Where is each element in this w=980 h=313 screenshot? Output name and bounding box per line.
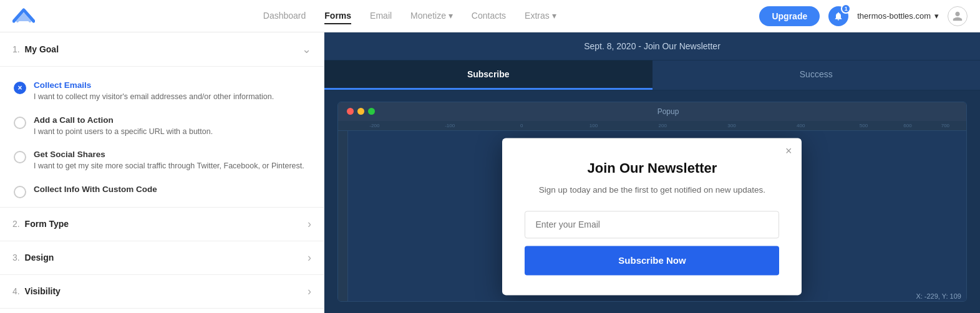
chevron-right-icon: › — [308, 251, 311, 264]
item-title-collect-emails: Collect Emails — [34, 80, 274, 90]
ruler-horizontal: -200 -100 0 100 200 300 400 500 600 700 — [338, 121, 966, 131]
section-design[interactable]: 3. Design › — [0, 241, 324, 275]
tab-bar: Subscribe Success — [324, 60, 980, 90]
nav-forms[interactable]: Forms — [324, 8, 351, 24]
right-area: Sept. 8, 2020 - Join Our Newsletter Subs… — [324, 32, 980, 313]
popup-modal: × Join Our Newsletter Sign up today and … — [502, 138, 802, 295]
item-title-custom-code: Collect Info With Custom Code — [34, 185, 157, 194]
item-title-social-shares: Get Social Shares — [34, 150, 304, 159]
list-item[interactable]: Collect Emails I want to collect my visi… — [10, 74, 314, 109]
checkbox-call-to-action[interactable] — [14, 117, 26, 129]
chevron-right-icon: › — [308, 285, 311, 298]
checkbox-collect-emails[interactable] — [14, 82, 26, 94]
logo[interactable] — [12, 7, 35, 25]
left-sidebar: 1. My Goal ⌄ Collect Emails I want to co… — [0, 32, 324, 313]
nav-right: Upgrade 1 thermos-bottles.com ▾ — [759, 6, 968, 26]
list-item[interactable]: Add a Call to Action I want to point use… — [10, 109, 314, 144]
chevron-down-icon: ⌄ — [302, 42, 311, 56]
section-extra[interactable]: › — [0, 309, 324, 314]
list-item[interactable]: Collect Info With Custom Code — [10, 178, 314, 200]
nav-email[interactable]: Email — [370, 8, 392, 24]
item-title-call-to-action: Add a Call to Action — [34, 115, 213, 125]
list-item[interactable]: Get Social Shares I want to get my site … — [10, 143, 314, 178]
popup-description: Sign up today and be the first to get no… — [525, 185, 779, 197]
section-visibility[interactable]: 4. Visibility › — [0, 275, 324, 309]
tab-success[interactable]: Success — [653, 60, 981, 90]
item-desc-call-to-action: I want to point users to a specific URL … — [34, 127, 213, 138]
notification-badge: 1 — [841, 4, 851, 14]
subscribe-button[interactable]: Subscribe Now — [525, 246, 779, 275]
upgrade-button[interactable]: Upgrade — [759, 6, 820, 26]
chevron-right-icon: › — [308, 218, 311, 231]
nav-links: Dashboard Forms Email Monetize ▾ Contact… — [60, 8, 759, 24]
window-label: Popup — [379, 107, 958, 116]
item-desc-collect-emails: I want to collect my visitor's email add… — [34, 92, 274, 103]
nav-dashboard[interactable]: Dashboard — [263, 8, 306, 24]
goal-items: Collect Emails I want to collect my visi… — [0, 67, 324, 208]
canvas-window: Popup -200 -100 0 100 200 300 400 500 60… — [337, 102, 967, 302]
top-nav: Dashboard Forms Email Monetize ▾ Contact… — [0, 0, 980, 32]
main-layout: 1. My Goal ⌄ Collect Emails I want to co… — [0, 32, 980, 313]
window-minimize-dot[interactable] — [357, 108, 364, 115]
popup-title: Join Our Newsletter — [525, 161, 779, 177]
ruler-vertical — [338, 131, 348, 302]
section-form-type[interactable]: 2. Form Type › — [0, 208, 324, 241]
popup-close-button[interactable]: × — [785, 146, 792, 157]
domain-selector[interactable]: thermos-bottles.com ▾ — [857, 11, 939, 21]
form-title: Sept. 8, 2020 - Join Our Newsletter — [584, 41, 720, 51]
nav-contacts[interactable]: Contacts — [472, 8, 506, 24]
nav-extras[interactable]: Extras ▾ — [525, 8, 556, 24]
form-title-bar: Sept. 8, 2020 - Join Our Newsletter — [324, 32, 980, 60]
window-maximize-dot[interactable] — [368, 108, 375, 115]
notification-button[interactable]: 1 — [828, 6, 848, 26]
window-close-dot[interactable] — [347, 108, 354, 115]
tab-subscribe[interactable]: Subscribe — [324, 60, 653, 90]
canvas-content: × Join Our Newsletter Sign up today and … — [338, 131, 966, 302]
coordinates-display: X: -229, Y: 109 — [916, 292, 961, 300]
checkbox-social-shares[interactable] — [14, 151, 26, 163]
email-input[interactable] — [525, 211, 779, 238]
user-avatar[interactable] — [948, 6, 968, 26]
item-desc-social-shares: I want to get my site more social traffi… — [34, 161, 304, 172]
canvas-area: Popup -200 -100 0 100 200 300 400 500 60… — [324, 90, 980, 313]
window-titlebar: Popup — [338, 102, 966, 121]
checkbox-custom-code[interactable] — [14, 186, 26, 198]
nav-monetize[interactable]: Monetize ▾ — [410, 8, 453, 24]
section-my-goal[interactable]: 1. My Goal ⌄ — [0, 32, 324, 67]
